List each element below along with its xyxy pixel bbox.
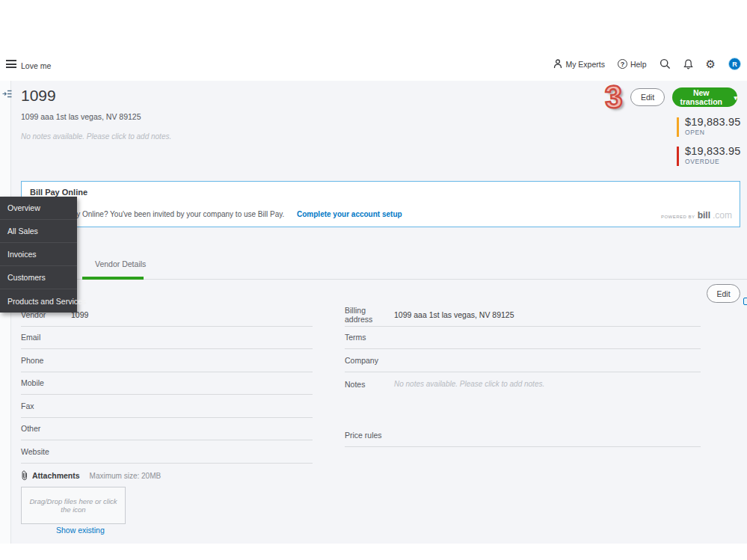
new-transaction-label: New transaction <box>672 88 730 106</box>
field-row-mobile[interactable]: Mobile <box>21 372 313 396</box>
bell-icon <box>683 59 693 70</box>
attachments-header: Attachments Maximum size: 20MB <box>21 470 161 481</box>
annotation-number: 3 <box>604 79 624 115</box>
open-status-bar <box>677 117 679 137</box>
header-notes-placeholder[interactable]: No notes available. Please click to add … <box>21 132 171 141</box>
field-label: Price rules <box>345 431 394 440</box>
notes-placeholder: No notes available. Please click to add … <box>394 380 544 388</box>
my-experts-button[interactable]: My Experts <box>553 59 605 69</box>
expand-vendor-list-icon[interactable] <box>2 90 12 98</box>
overdue-balance: $19,833.95 OVERDUE <box>677 145 741 166</box>
top-navigation-bar: Love me My Experts Help <box>0 49 747 81</box>
bill-pay-banner: Bill Pay Online New to Bill Pay Online? … <box>21 181 740 227</box>
cutoff-edge-element <box>743 298 747 305</box>
menu-item-overview[interactable]: Overview <box>0 197 77 220</box>
field-row-billing-address[interactable]: Billing address 1099 aaa 1st las vegas, … <box>345 304 701 327</box>
field-label: Terms <box>345 333 394 342</box>
open-balance: $19,883.95 OPEN <box>677 116 741 137</box>
complete-account-setup-link[interactable]: Complete your account setup <box>297 210 402 218</box>
open-amount: $19,883.95 <box>685 116 741 128</box>
search-icon <box>660 58 671 70</box>
gear-icon <box>706 58 716 70</box>
field-label: Other <box>21 424 71 433</box>
chevron-down-icon <box>734 93 737 102</box>
navigation-dropdown-menu: Overview All Sales Invoices Customers Pr… <box>0 197 77 313</box>
page-title: 1099 <box>21 87 56 105</box>
help-label: Help <box>630 60 647 69</box>
field-row-company[interactable]: Company <box>345 349 701 372</box>
menu-item-customers[interactable]: Customers <box>0 266 77 289</box>
field-label: Notes <box>345 380 394 389</box>
dropzone-text: Drag/Drop files here or click the icon <box>25 497 122 514</box>
field-label: Mobile <box>21 378 71 387</box>
field-row-other[interactable]: Other <box>21 418 313 441</box>
menu-item-products-services[interactable]: Products and Services <box>0 289 77 313</box>
settings-button[interactable] <box>706 58 716 70</box>
menu-item-invoices[interactable]: Invoices <box>0 243 77 266</box>
field-row-email[interactable]: Email <box>21 327 313 350</box>
powered-by-label: POWERED BY <box>661 215 695 219</box>
field-label: Fax <box>21 401 71 410</box>
user-avatar[interactable]: R <box>728 58 741 70</box>
banner-title: Bill Pay Online <box>30 188 87 197</box>
open-status-label: OPEN <box>685 129 741 136</box>
person-icon <box>553 59 562 69</box>
help-icon <box>618 59 627 69</box>
menu-item-all-sales[interactable]: All Sales <box>0 220 77 243</box>
edit-details-button[interactable]: Edit <box>707 284 740 303</box>
field-label: Billing address <box>345 306 394 324</box>
active-tab-underline <box>82 277 144 280</box>
my-experts-label: My Experts <box>565 60 605 69</box>
new-transaction-button[interactable]: New transaction <box>672 87 737 107</box>
app-window: Love me My Experts Help <box>0 0 747 560</box>
attachments-max-size: Maximum size: 20MB <box>90 472 162 480</box>
field-row-fax[interactable]: Fax <box>21 395 313 418</box>
bill-com-logo: POWERED BY bill .com <box>661 210 732 221</box>
field-row-price-rules[interactable]: Price rules <box>345 425 701 448</box>
help-button[interactable]: Help <box>618 59 647 69</box>
hamburger-menu-icon[interactable] <box>6 60 16 68</box>
notifications-button[interactable] <box>683 59 693 70</box>
tab-vendor-details[interactable]: Vendor Details <box>95 259 146 268</box>
field-label: Website <box>21 447 71 456</box>
company-name: Love me <box>21 61 51 70</box>
field-row-phone[interactable]: Phone <box>21 349 313 372</box>
edit-vendor-button[interactable]: Edit <box>630 88 665 106</box>
vendor-address: 1099 aaa 1st las vegas, NV 89125 <box>21 112 141 121</box>
attachments-label: Attachments <box>32 471 80 480</box>
paperclip-icon <box>21 470 28 481</box>
bill-logo-com: .com <box>713 210 732 221</box>
vendor-details-right-column: Billing address 1099 aaa 1st las vegas, … <box>345 304 701 447</box>
banner-message: New to Bill Pay Online? You've been invi… <box>30 210 402 218</box>
vendor-details-left-column: Vendor 1099 Email Phone Mobile Fax Other… <box>21 304 313 464</box>
overdue-status-label: OVERDUE <box>685 158 741 165</box>
attachments-dropzone[interactable]: Drag/Drop files here or click the icon <box>21 487 126 524</box>
overdue-amount: $19,833.95 <box>685 145 741 157</box>
field-row-website[interactable]: Website <box>21 440 313 464</box>
overdue-status-bar <box>677 147 679 166</box>
field-label: Company <box>345 356 394 365</box>
field-value: 1099 aaa 1st las vegas, NV 89125 <box>394 310 514 319</box>
show-existing-link[interactable]: Show existing <box>56 526 105 535</box>
field-row-terms[interactable]: Terms <box>345 327 701 350</box>
field-row-notes[interactable]: Notes No notes available. Please click t… <box>345 372 701 425</box>
search-button[interactable] <box>660 58 671 70</box>
bill-logo-text: bill <box>698 210 710 221</box>
field-label: Phone <box>21 356 71 365</box>
field-label: Email <box>21 333 71 342</box>
